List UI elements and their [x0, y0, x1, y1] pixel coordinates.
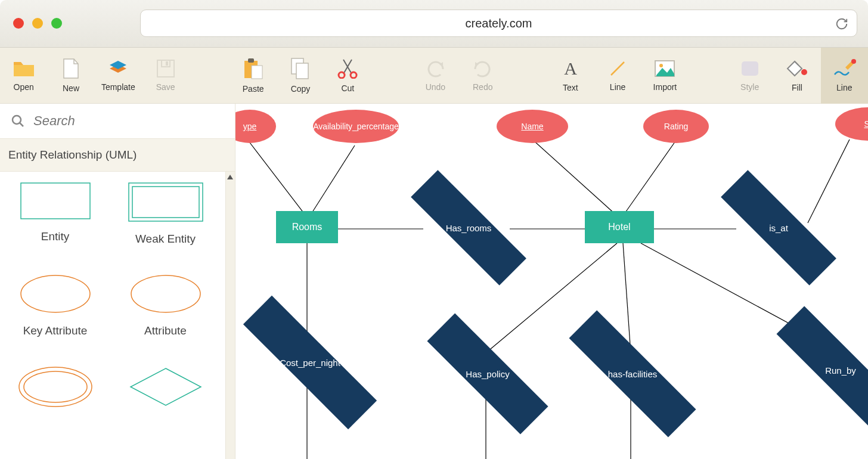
shape-entity-label: Entity [41, 230, 70, 243]
attr-name[interactable]: Name [497, 110, 568, 143]
address-url: creately.com [466, 17, 532, 30]
fill-button[interactable]: Fill [773, 48, 820, 104]
shape-section-label: Entity Relationship (UML) [8, 148, 137, 162]
copy-button[interactable]: Copy [277, 48, 324, 104]
close-window-icon[interactable] [13, 18, 24, 29]
entity-hotel[interactable]: Hotel [585, 211, 654, 243]
new-label: New [63, 83, 79, 93]
open-label: Open [14, 82, 34, 92]
key-attribute-shape-icon [20, 274, 91, 314]
line-tool-label: Line [610, 82, 625, 92]
rel-is-at[interactable]: is_at [734, 209, 823, 247]
template-label: Template [101, 82, 135, 92]
window-controls [13, 18, 62, 29]
text-button[interactable]: A Text [547, 48, 594, 104]
entity-shape-icon [20, 182, 91, 219]
refresh-icon[interactable] [835, 17, 848, 30]
attr-availability[interactable]: Availability_percentage [313, 110, 399, 143]
shape-relationship[interactable] [110, 366, 221, 408]
copy-icon [291, 58, 310, 79]
search-input[interactable] [25, 113, 235, 129]
shape-multivalued[interactable] [0, 366, 110, 408]
cut-button[interactable]: Cut [324, 48, 371, 104]
svg-line-28 [532, 139, 617, 216]
svg-line-37 [623, 243, 631, 353]
svg-line-18 [20, 123, 23, 126]
shape-attribute[interactable]: Attribute [110, 274, 221, 337]
shape-attribute-label: Attribute [144, 324, 187, 337]
rel-cost-per-night[interactable]: Cost_per_night [257, 342, 363, 383]
undo-button[interactable]: Undo [412, 48, 459, 104]
diagram-canvas[interactable]: ype Availability_percentage Name Rating … [235, 104, 868, 459]
svg-rect-7 [296, 63, 308, 79]
template-button[interactable]: Template [95, 48, 142, 104]
redo-label: Redo [473, 82, 492, 92]
save-icon [157, 60, 175, 77]
svg-rect-20 [129, 183, 203, 221]
svg-line-29 [623, 139, 677, 216]
svg-point-24 [19, 367, 92, 407]
open-button[interactable]: Open [0, 48, 47, 104]
file-icon [63, 58, 79, 79]
shape-section-header[interactable]: Entity Relationship (UML) [0, 138, 235, 172]
style-label: Style [740, 82, 759, 92]
import-button[interactable]: Import [641, 48, 689, 104]
paste-button[interactable]: Paste [230, 48, 277, 104]
address-bar[interactable]: creately.com [140, 10, 857, 37]
svg-line-26 [247, 139, 306, 216]
paste-label: Paste [243, 84, 264, 94]
shape-key-attribute[interactable]: Key Attribute [0, 274, 110, 337]
svg-line-27 [310, 145, 355, 216]
svg-point-22 [21, 275, 90, 312]
shape-weak-entity[interactable]: Weak Entity [110, 182, 221, 246]
rel-has-policy[interactable]: Has_policy [441, 354, 535, 393]
svg-point-17 [13, 116, 21, 124]
save-button[interactable]: Save [142, 48, 189, 104]
fill-label: Fill [792, 83, 802, 92]
svg-rect-14 [742, 61, 758, 76]
template-icon [107, 60, 129, 77]
attr-rating[interactable]: Rating [643, 110, 709, 143]
svg-rect-21 [132, 187, 199, 218]
new-button[interactable]: New [47, 48, 94, 104]
scroll-up-icon[interactable] [227, 174, 234, 180]
shape-key-attribute-label: Key Attribute [23, 324, 88, 337]
scrollbar[interactable] [225, 172, 235, 459]
shape-search [0, 104, 235, 138]
redo-icon [473, 60, 493, 77]
rel-run-by[interactable]: Run_by [790, 351, 868, 390]
toolbar: Open New Template Save Paste Copy Cut Un… [0, 48, 868, 104]
line-tool-button[interactable]: Line [594, 48, 641, 104]
search-icon [11, 114, 25, 128]
folder-icon [13, 60, 35, 77]
svg-text:A: A [564, 59, 577, 78]
rel-has-rooms[interactable]: Has_rooms [424, 209, 513, 247]
redo-button[interactable]: Redo [459, 48, 506, 104]
cut-icon [337, 58, 358, 79]
line-pencil-icon [832, 59, 856, 78]
shape-list: Entity Weak Entity Key Attribute Attribu… [0, 172, 235, 459]
line-button[interactable]: Line [821, 48, 868, 104]
import-label: Import [653, 82, 677, 92]
maximize-window-icon[interactable] [51, 18, 62, 29]
text-icon: A [561, 59, 580, 78]
svg-point-15 [801, 69, 807, 75]
import-icon [654, 60, 675, 77]
weak-entity-shape-icon [128, 182, 203, 222]
svg-rect-19 [21, 183, 90, 219]
svg-point-25 [24, 371, 87, 402]
undo-icon [425, 60, 445, 77]
multivalued-shape-icon [18, 366, 93, 408]
svg-line-11 [611, 62, 624, 75]
shape-entity[interactable]: Entity [0, 182, 110, 246]
cut-label: Cut [341, 83, 354, 93]
minimize-window-icon[interactable] [32, 18, 43, 29]
browser-chrome: creately.com [0, 0, 868, 48]
undo-label: Undo [426, 82, 445, 92]
rel-has-facilities[interactable]: has-facilities [582, 354, 683, 393]
style-button[interactable]: Style [726, 48, 773, 104]
copy-label: Copy [291, 84, 311, 94]
text-label: Text [563, 83, 578, 92]
entity-rooms[interactable]: Rooms [276, 211, 338, 243]
svg-rect-4 [248, 58, 254, 63]
